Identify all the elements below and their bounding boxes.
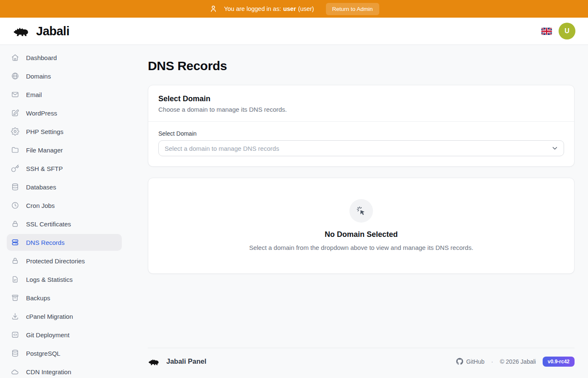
sidebar-item-git-deployment[interactable]: Git Deployment: [7, 326, 122, 343]
sidebar-item-label: Protected Directories: [26, 257, 85, 265]
domain-select-placeholder: Select a domain to manage DNS records: [165, 145, 279, 152]
page-layout: Dashboard Domains Email WordPress PHP Se…: [0, 45, 588, 378]
sidebar-item-ssh-sftp[interactable]: SSH & SFTP: [7, 160, 122, 177]
empty-state-description: Select a domain from the dropdown above …: [249, 243, 473, 252]
card-title: Select Domain: [158, 94, 564, 103]
sidebar-item-dns-records[interactable]: DNS Records: [7, 234, 122, 251]
sidebar-item-label: Cron Jobs: [26, 202, 55, 209]
logged-in-role: (user): [298, 5, 314, 12]
sidebar-item-backups[interactable]: Backups: [7, 289, 122, 306]
sidebar-item-ssl-certificates[interactable]: SSL Certificates: [7, 215, 122, 232]
sidebar-item-cron-jobs[interactable]: Cron Jobs: [7, 197, 122, 214]
header-actions: U: [541, 23, 575, 39]
footer-copyright: © 2026 Jabali: [500, 358, 536, 365]
sidebar-item-label: Domains: [26, 73, 51, 80]
sidebar-item-cpanel-migration[interactable]: cPanel Migration: [7, 308, 122, 325]
footer-brand: Jabali Panel: [148, 357, 206, 366]
sidebar-item-label: Logs & Statistics: [26, 276, 73, 283]
sidebar-item-label: cPanel Migration: [26, 313, 73, 320]
sidebar-item-cdn-integration[interactable]: CDN Integration: [7, 363, 122, 378]
empty-state-icon-circle: [349, 199, 373, 223]
empty-state-title: No Domain Selected: [325, 230, 398, 239]
sidebar-item-label: CDN Integration: [26, 368, 71, 375]
person-icon: [209, 4, 218, 13]
logged-in-username: user: [283, 5, 296, 12]
cursor-click-icon: [356, 205, 367, 216]
database-icon: [11, 349, 19, 357]
sidebar-item-php-settings[interactable]: PHP Settings: [7, 123, 122, 140]
chevron-down-icon: [551, 144, 559, 152]
return-to-admin-button[interactable]: Return to Admin: [326, 3, 379, 15]
user-avatar[interactable]: U: [559, 23, 575, 39]
sidebar-nav: Dashboard Domains Email WordPress PHP Se…: [0, 45, 134, 378]
app-header: Jabali U: [0, 18, 588, 45]
sidebar-item-dashboard[interactable]: Dashboard: [7, 49, 122, 66]
sidebar-item-label: DNS Records: [26, 239, 65, 246]
code-icon: [11, 331, 19, 339]
home-icon: [11, 53, 19, 62]
boar-logo-icon: [148, 357, 161, 366]
github-label: GitHub: [466, 358, 485, 365]
gear-icon: [11, 127, 19, 136]
sidebar-item-protected-directories[interactable]: Protected Directories: [7, 252, 122, 269]
brand-logo[interactable]: Jabali: [13, 24, 69, 38]
select-domain-card: Select Domain Choose a domain to manage …: [148, 85, 575, 167]
logged-in-message: You are logged in as: user (user): [224, 5, 314, 12]
server-icon: [11, 238, 19, 247]
sidebar-item-label: Dashboard: [26, 54, 57, 61]
footer-row: Jabali Panel GitHub · © 2026 Jabali v0.9…: [148, 348, 575, 367]
lock-icon: [11, 257, 19, 265]
github-icon: [456, 358, 463, 365]
sidebar-item-domains[interactable]: Domains: [7, 68, 122, 84]
boar-logo-icon: [13, 24, 32, 38]
footer-meta: GitHub · © 2026 Jabali v0.9-rc42: [456, 357, 575, 367]
domain-select-label: Select Domain: [158, 130, 564, 137]
mail-icon: [11, 90, 19, 99]
select-domain-card-body: Select Domain Select a domain to manage …: [148, 122, 574, 166]
sidebar-item-label: PHP Settings: [26, 128, 63, 135]
sidebar-item-label: SSL Certificates: [26, 220, 71, 228]
sidebar-item-label: WordPress: [26, 110, 57, 117]
download-icon: [11, 312, 19, 320]
footer-brand-name: Jabali Panel: [166, 357, 206, 365]
page-title: DNS Records: [148, 59, 575, 73]
github-link[interactable]: GitHub: [456, 358, 485, 365]
sidebar-item-postgresql[interactable]: PostgreSQL: [7, 345, 122, 362]
sidebar-item-logs-statistics[interactable]: Logs & Statistics: [7, 271, 122, 288]
footer-separator: ·: [491, 358, 493, 365]
domain-select[interactable]: Select a domain to manage DNS records: [158, 140, 564, 156]
language-flag-uk-icon[interactable]: [541, 28, 552, 35]
edit-icon: [11, 109, 19, 117]
sidebar-item-label: File Manager: [26, 147, 63, 154]
key-icon: [11, 164, 19, 173]
brand-name: Jabali: [36, 24, 69, 38]
globe-icon: [11, 72, 19, 80]
sidebar-item-label: Email: [26, 91, 42, 98]
select-domain-card-header: Select Domain Choose a domain to manage …: [148, 85, 574, 122]
sidebar-item-label: Git Deployment: [26, 331, 69, 339]
empty-state-card: No Domain Selected Select a domain from …: [148, 178, 575, 274]
sidebar-item-email[interactable]: Email: [7, 86, 122, 103]
card-subtitle: Choose a domain to manage its DNS record…: [158, 106, 564, 113]
clock-icon: [11, 201, 19, 210]
sidebar-item-label: PostgreSQL: [26, 350, 60, 357]
sidebar-item-databases[interactable]: Databases: [7, 178, 122, 195]
sidebar-item-wordpress[interactable]: WordPress: [7, 105, 122, 121]
version-badge: v0.9-rc42: [543, 357, 575, 367]
sidebar-item-label: SSH & SFTP: [26, 165, 63, 172]
sidebar-item-label: Backups: [26, 294, 50, 302]
folder-icon: [11, 146, 19, 154]
impersonation-banner: You are logged in as: user (user) Return…: [0, 0, 588, 18]
main-content: DNS Records Select Domain Choose a domai…: [134, 45, 588, 378]
sidebar-item-label: Databases: [26, 184, 56, 191]
logged-in-prefix: You are logged in as:: [224, 5, 281, 12]
lock-icon: [11, 220, 19, 228]
document-icon: [11, 275, 19, 284]
database-icon: [11, 183, 19, 191]
sidebar-item-file-manager[interactable]: File Manager: [7, 142, 122, 158]
cloud-icon: [11, 368, 19, 376]
footer: Jabali Panel GitHub · © 2026 Jabali v0.9…: [148, 348, 575, 367]
archive-icon: [11, 294, 19, 302]
